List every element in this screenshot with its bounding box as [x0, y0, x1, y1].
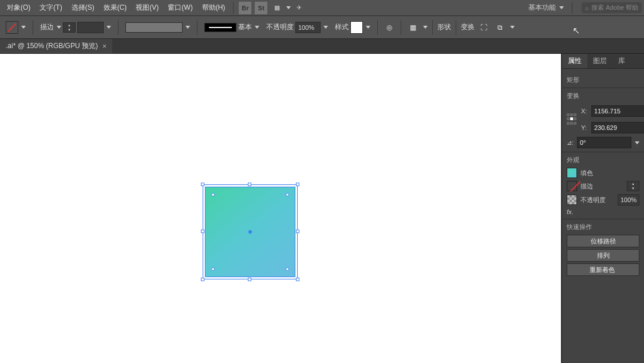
separator [197, 20, 197, 35]
appearance-header: 外观 [567, 156, 639, 164]
fill-swatch[interactable] [6, 21, 18, 34]
canvas[interactable] [0, 54, 562, 363]
fill-label: 填色 [580, 169, 593, 177]
separator [118, 20, 118, 35]
menu-object[interactable]: 对象(O) [2, 0, 35, 15]
arrange-docs-icon[interactable]: ▦ [271, 2, 283, 14]
stroke-label: 描边 [580, 182, 593, 191]
menu-effect[interactable]: 效果(C) [99, 0, 132, 15]
corner-widget[interactable] [211, 267, 215, 271]
stroke-swatch[interactable] [567, 181, 577, 191]
opacity-label: 不透明度 [580, 196, 606, 204]
isolate-icon[interactable]: ⧉ [493, 21, 507, 34]
stroke-profile-preview[interactable] [204, 23, 236, 32]
chevron-down-icon [559, 6, 564, 9]
chevron-down-icon[interactable] [21, 26, 26, 29]
search-box[interactable]: ⌕ 搜索 Adobe 帮助 [582, 2, 642, 13]
profile-label: 基本 [238, 22, 252, 32]
separator [432, 20, 433, 35]
menu-type[interactable]: 文字(T) [35, 0, 66, 15]
graphic-style-swatch[interactable] [350, 21, 363, 34]
tab-library[interactable]: 库 [613, 54, 631, 68]
chevron-down-icon[interactable] [286, 6, 291, 9]
separator [456, 20, 456, 35]
chevron-down-icon[interactable] [57, 26, 61, 29]
stroke-weight-stepper[interactable]: ▲▼ [63, 22, 76, 33]
transform-icon[interactable]: ⛶ [477, 21, 491, 34]
shape-label: 形状 [437, 22, 451, 32]
chevron-down-icon[interactable] [185, 26, 190, 29]
document-tab[interactable]: .ai* @ 150% (RGB/GPU 预览) × [0, 39, 112, 53]
y-label: Y: [581, 124, 589, 131]
y-field[interactable] [591, 122, 644, 133]
separator [233, 2, 234, 14]
menu-select[interactable]: 选择(S) [67, 0, 99, 15]
workspace-switcher[interactable]: 基本功能 [524, 3, 568, 13]
arrange-button[interactable]: 排列 [567, 249, 639, 262]
menu-window[interactable]: 窗口(W) [163, 0, 197, 15]
opacity-label: 不透明度 [266, 22, 294, 32]
stock-icon[interactable]: St [255, 2, 267, 14]
stroke-weight-field[interactable] [77, 22, 104, 33]
tab-layers[interactable]: 图层 [587, 54, 613, 68]
selected-rectangle[interactable] [205, 187, 295, 277]
tab-properties[interactable]: 属性 [562, 54, 587, 68]
angle-field[interactable] [577, 137, 631, 148]
document-title: .ai* @ 150% (RGB/GPU 预览) [6, 41, 98, 51]
offset-path-button[interactable]: 位移路径 [567, 235, 639, 247]
separator [377, 20, 378, 35]
chevron-down-icon[interactable] [323, 26, 328, 29]
center-point[interactable] [248, 230, 252, 234]
corner-widget[interactable] [211, 193, 215, 196]
chevron-down-icon[interactable] [255, 26, 259, 29]
fill-swatch[interactable] [567, 168, 577, 178]
bridge-icon[interactable]: Br [239, 2, 251, 14]
menu-view[interactable]: 视图(V) [131, 0, 163, 15]
recolor-icon[interactable]: ◎ [382, 21, 396, 34]
align-icon[interactable]: ▦ [406, 21, 420, 34]
chevron-down-icon[interactable] [106, 26, 111, 29]
chevron-down-icon[interactable] [635, 141, 639, 144]
brush-profile-preview[interactable] [125, 22, 183, 33]
separator [572, 2, 572, 14]
recolor-button[interactable]: 重新着色 [567, 263, 639, 276]
separator [401, 20, 401, 35]
transform-header: 变换 [567, 92, 639, 100]
workspace-label: 基本功能 [528, 3, 556, 13]
style-label: 样式 [335, 22, 349, 32]
chevron-down-icon[interactable] [366, 26, 370, 29]
angle-label: ⊿: [567, 139, 575, 147]
x-field[interactable] [591, 105, 644, 117]
search-placeholder: 搜索 Adobe 帮助 [591, 3, 638, 12]
separator [33, 20, 33, 35]
corner-widget[interactable] [286, 193, 289, 196]
gpu-icon[interactable]: ✈ [293, 2, 305, 14]
reference-point[interactable] [567, 113, 576, 126]
close-icon[interactable]: × [102, 42, 106, 50]
opacity-field[interactable] [295, 22, 321, 33]
chevron-down-icon[interactable] [510, 26, 515, 29]
fx-label[interactable]: fx. [567, 208, 574, 215]
opacity-swatch[interactable] [567, 195, 577, 205]
transform-label: 变换 [461, 22, 475, 32]
corner-widget[interactable] [286, 267, 289, 271]
stroke-weight-stepper[interactable]: ▲▼ [627, 181, 639, 191]
menu-help[interactable]: 帮助(H) [197, 0, 230, 15]
object-type-label: 矩形 [567, 76, 639, 84]
chevron-down-icon[interactable] [423, 26, 428, 29]
x-label: X: [581, 108, 589, 115]
opacity-field[interactable] [618, 194, 639, 206]
stroke-label: 描边 [40, 22, 54, 32]
search-icon: ⌕ [585, 5, 589, 11]
quick-actions-header: 快速操作 [567, 223, 639, 231]
